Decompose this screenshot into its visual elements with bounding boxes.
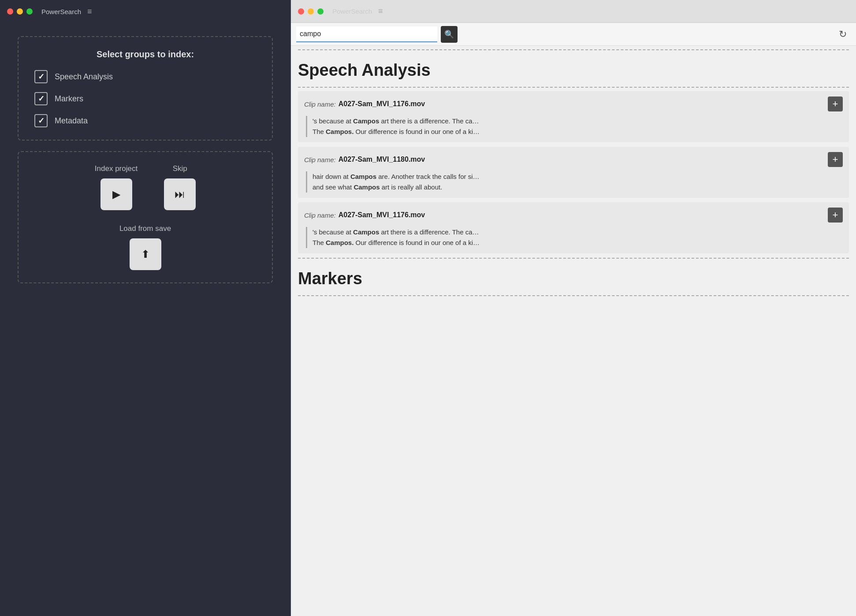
right-traffic-lights xyxy=(298,8,324,15)
checkbox-speech-analysis[interactable]: ✓ Speech Analysis xyxy=(34,70,256,83)
clip-line-2-2: and see what Campos art is really all ab… xyxy=(313,182,843,193)
clip-name-1: A027-Sam_MVI_1176.mov xyxy=(339,100,425,108)
search-icon: 🔍 xyxy=(444,30,454,39)
clip-card-3: Clip name: A027-Sam_MVI_1176.mov + 's be… xyxy=(298,202,849,253)
traffic-lights xyxy=(7,8,33,15)
right-app-title: PowerSearch xyxy=(332,7,372,15)
index-project-button[interactable]: ▶ xyxy=(100,178,132,210)
right-menu-icon[interactable]: ≡ xyxy=(378,7,383,16)
left-titlebar: PowerSearch ≡ xyxy=(0,0,290,23)
refresh-button[interactable]: ↻ xyxy=(835,26,851,42)
minimize-button[interactable] xyxy=(17,8,23,15)
fullscreen-button[interactable] xyxy=(26,8,33,15)
clip-name-row-2: Clip name: A027-Sam_MVI_1180.mov xyxy=(304,156,425,163)
upload-icon: ⬆ xyxy=(141,248,150,260)
search-button[interactable]: 🔍 xyxy=(441,26,458,43)
clip-line-1-2: The Campos. Our difference is found in o… xyxy=(313,126,843,137)
right-titlebar: PowerSearch ≡ xyxy=(291,0,856,23)
checkbox-speech-analysis-box[interactable]: ✓ xyxy=(34,70,48,83)
close-button[interactable] xyxy=(7,8,13,15)
clip-line-3-1: 's because at Campos art there is a diff… xyxy=(313,227,843,237)
add-clip-3-button[interactable]: + xyxy=(828,208,843,223)
load-label: Load from save xyxy=(119,224,171,233)
checkbox-metadata-box[interactable]: ✓ xyxy=(34,114,48,127)
add-clip-2-button[interactable]: + xyxy=(828,152,843,167)
clip-line-2-1: hair down at Campos are. Another track t… xyxy=(313,171,843,182)
clip-lines-2: hair down at Campos are. Another track t… xyxy=(306,171,843,193)
checkbox-metadata[interactable]: ✓ Metadata xyxy=(34,114,256,127)
clip-label-3: Clip name: xyxy=(304,212,336,219)
clip-header-3: Clip name: A027-Sam_MVI_1176.mov + xyxy=(304,208,843,223)
clip-line-3-2: The Campos. Our difference is found in o… xyxy=(313,237,843,248)
checkbox-markers[interactable]: ✓ Markers xyxy=(34,92,256,105)
checkbox-markers-label: Markers xyxy=(55,94,83,104)
divider-markers-bottom xyxy=(298,295,849,296)
refresh-icon: ↻ xyxy=(839,29,847,40)
clip-lines-1: 's because at Campos art there is a diff… xyxy=(306,116,843,137)
skip-item: Skip ⏭ xyxy=(164,164,196,210)
right-minimize-button[interactable] xyxy=(308,8,314,15)
add-clip-1-button[interactable]: + xyxy=(828,96,843,111)
search-input[interactable] xyxy=(296,26,437,42)
checkmark-metadata: ✓ xyxy=(38,116,45,126)
right-panel: PowerSearch ≡ 🔍 ↻ Speech Analysis Clip n… xyxy=(291,0,856,616)
left-menu-icon[interactable]: ≡ xyxy=(87,7,92,16)
checkbox-speech-analysis-label: Speech Analysis xyxy=(55,72,113,82)
left-app-title: PowerSearch xyxy=(41,8,81,15)
clip-name-2: A027-Sam_MVI_1180.mov xyxy=(339,156,425,163)
search-bar: 🔍 ↻ xyxy=(291,23,856,46)
divider-markers xyxy=(298,258,849,259)
groups-selection-box: Select groups to index: ✓ Speech Analysi… xyxy=(18,36,273,141)
play-icon: ▶ xyxy=(112,188,120,200)
clip-lines-3: 's because at Campos art there is a diff… xyxy=(306,227,843,248)
clip-header-1: Clip name: A027-Sam_MVI_1176.mov + xyxy=(304,96,843,111)
checkmark-markers: ✓ xyxy=(38,94,45,104)
checkbox-markers-box[interactable]: ✓ xyxy=(34,92,48,105)
skip-label: Skip xyxy=(173,164,187,173)
clip-name-3: A027-Sam_MVI_1176.mov xyxy=(339,211,425,219)
markers-section-title: Markers xyxy=(298,262,849,292)
speech-analysis-section-title: Speech Analysis xyxy=(298,54,849,83)
results-content: Speech Analysis Clip name: A027-Sam_MVI_… xyxy=(291,46,856,616)
skip-button[interactable]: ⏭ xyxy=(164,178,196,210)
divider-speech xyxy=(298,87,849,88)
right-close-button[interactable] xyxy=(298,8,304,15)
clip-name-row-1: Clip name: A027-Sam_MVI_1176.mov xyxy=(304,100,425,108)
clip-label-2: Clip name: xyxy=(304,156,336,163)
clip-card-2: Clip name: A027-Sam_MVI_1180.mov + hair … xyxy=(298,147,849,198)
load-section: Load from save ⬆ xyxy=(119,224,171,270)
divider-top xyxy=(298,49,849,50)
index-project-item: Index project ▶ xyxy=(95,164,138,210)
action-row: Index project ▶ Skip ⏭ xyxy=(34,164,256,210)
checkmark-speech-analysis: ✓ xyxy=(38,72,45,82)
actions-box: Index project ▶ Skip ⏭ Load from save ⬆ xyxy=(18,151,273,283)
clip-name-row-3: Clip name: A027-Sam_MVI_1176.mov xyxy=(304,211,425,219)
clip-header-2: Clip name: A027-Sam_MVI_1180.mov + xyxy=(304,152,843,167)
clip-label-1: Clip name: xyxy=(304,100,336,108)
checkbox-metadata-label: Metadata xyxy=(55,116,88,126)
load-button[interactable]: ⬆ xyxy=(130,238,161,270)
left-content: Select groups to index: ✓ Speech Analysi… xyxy=(0,23,290,616)
right-fullscreen-button[interactable] xyxy=(317,8,324,15)
clip-line-1-1: 's because at Campos art there is a diff… xyxy=(313,116,843,126)
index-project-label: Index project xyxy=(95,164,138,173)
clip-card-1: Clip name: A027-Sam_MVI_1176.mov + 's be… xyxy=(298,91,849,142)
groups-title: Select groups to index: xyxy=(34,49,256,59)
skip-icon: ⏭ xyxy=(175,188,185,200)
left-panel: PowerSearch ≡ Select groups to index: ✓ … xyxy=(0,0,291,616)
